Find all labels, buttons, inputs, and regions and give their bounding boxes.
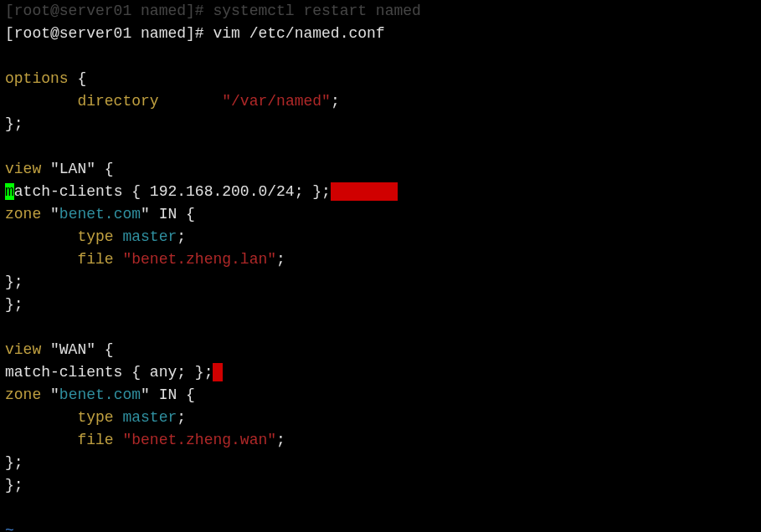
semi: ; bbox=[177, 228, 186, 245]
view-lan-open-line: view "LAN" { bbox=[5, 158, 756, 181]
close-brace: }; bbox=[5, 115, 23, 132]
view-wan-open-line: view "WAN" { bbox=[5, 339, 756, 361]
in-brace: IN { bbox=[150, 206, 195, 223]
blank-line-4 bbox=[5, 497, 756, 519]
shell-prompt-line: [root@server01 named]# vim /etc/named.co… bbox=[5, 23, 756, 45]
options-keyword: options bbox=[5, 70, 69, 87]
master-keyword: master bbox=[114, 409, 177, 426]
close-brace: }; bbox=[5, 477, 23, 494]
zone-wan-line: zone "benet.com" IN { bbox=[5, 384, 756, 407]
zone-keyword: zone bbox=[5, 386, 41, 403]
directory-value: "/var/named" bbox=[222, 93, 331, 110]
zone-keyword: zone bbox=[5, 206, 41, 223]
brace: { bbox=[69, 70, 87, 87]
file-wan-value: "benet.zheng.wan" bbox=[114, 432, 276, 448]
highlight-block bbox=[331, 182, 398, 201]
blank-line-2 bbox=[5, 136, 756, 158]
quote-close: " bbox=[141, 386, 150, 403]
file-lan-value: "benet.zheng.lan" bbox=[114, 251, 276, 268]
quote-close: " bbox=[141, 206, 150, 223]
tilde-icon: ~ bbox=[5, 522, 14, 532]
close-brace: }; bbox=[5, 454, 23, 471]
options-close-line: }; bbox=[5, 113, 756, 136]
directory-keyword: directory bbox=[5, 93, 159, 110]
view-keyword: view bbox=[5, 161, 41, 177]
zone-name: benet.com bbox=[59, 206, 141, 223]
brace: { bbox=[95, 341, 114, 358]
master-keyword: master bbox=[114, 228, 177, 245]
match-clients-text: atch-clients { 192.168.200.0/24; }; bbox=[14, 183, 331, 200]
view-keyword: view bbox=[5, 341, 41, 358]
type-keyword: type bbox=[5, 409, 114, 426]
type-keyword: type bbox=[5, 228, 114, 245]
shell-prompt-cutoff: [root@server01 named]# systemctl restart… bbox=[5, 0, 756, 23]
zone-name: benet.com bbox=[59, 386, 141, 403]
zone-lan-close-line: }; bbox=[5, 271, 756, 294]
prompt-cutoff-text: [root@server01 named]# systemctl restart… bbox=[5, 3, 421, 19]
view-lan-close-line: }; bbox=[5, 294, 756, 316]
semi: ; bbox=[276, 251, 285, 268]
close-brace: }; bbox=[5, 296, 23, 313]
zone-wan-close-line: }; bbox=[5, 452, 756, 474]
in-brace: IN { bbox=[150, 386, 195, 403]
file-keyword: file bbox=[5, 251, 114, 268]
file-lan-line: file "benet.zheng.lan"; bbox=[5, 248, 756, 271]
lan-string: "LAN" bbox=[41, 161, 95, 177]
blank-line bbox=[5, 45, 756, 68]
options-open-line: options { bbox=[5, 68, 756, 90]
zone-lan-line: zone "benet.com" IN { bbox=[5, 203, 756, 226]
file-keyword: file bbox=[5, 432, 114, 448]
brace: { bbox=[95, 161, 114, 177]
highlight-block-small bbox=[213, 363, 223, 381]
terminal-window[interactable]: [root@server01 named]# systemctl restart… bbox=[0, 0, 761, 532]
vim-tilde-line: ~ bbox=[5, 519, 756, 532]
prompt-text: [root@server01 named]# vim /etc/named.co… bbox=[5, 25, 385, 42]
blank-line-3 bbox=[5, 316, 756, 339]
view-wan-close-line: }; bbox=[5, 474, 756, 497]
type-master-wan-line: type master; bbox=[5, 407, 756, 429]
semi: ; bbox=[331, 93, 340, 110]
quote-open: " bbox=[41, 386, 59, 403]
match-clients-wan-line: match-clients { any; }; bbox=[5, 361, 756, 384]
match-clients-lan-line: match-clients { 192.168.200.0/24; }; bbox=[5, 181, 756, 203]
directory-line: directory "/var/named"; bbox=[5, 90, 756, 113]
close-brace: }; bbox=[5, 274, 23, 290]
wan-string: "WAN" bbox=[41, 341, 95, 358]
semi: ; bbox=[276, 432, 285, 448]
file-wan-line: file "benet.zheng.wan"; bbox=[5, 429, 756, 452]
match-clients-wan-text: match-clients { any; }; bbox=[5, 364, 213, 381]
quote-open: " bbox=[41, 206, 59, 223]
type-master-lan-line: type master; bbox=[5, 226, 756, 248]
semi: ; bbox=[177, 409, 186, 426]
cursor-char[interactable]: m bbox=[5, 183, 14, 200]
